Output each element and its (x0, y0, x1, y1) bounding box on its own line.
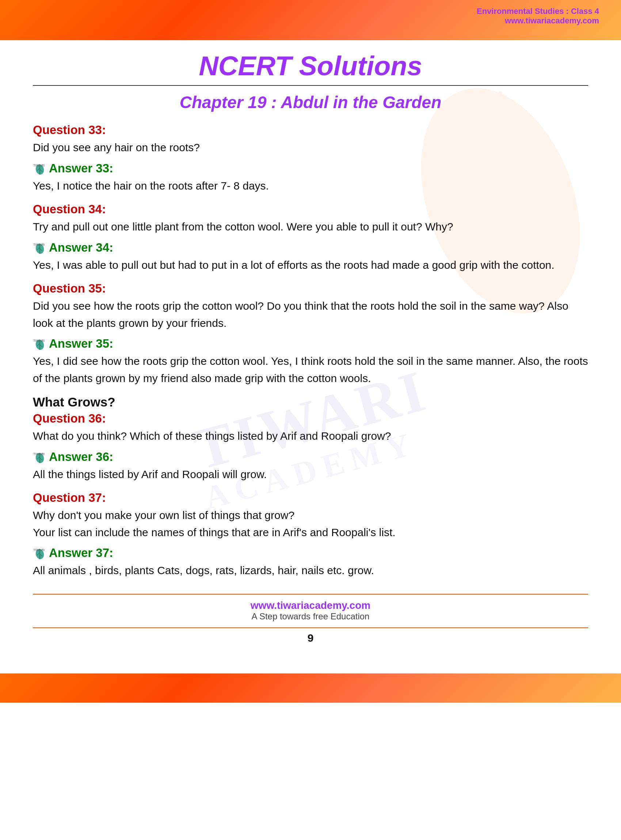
header-website: www.tiwariacademy.com (477, 16, 599, 26)
answer-header-34: TIWARI Answer 34: (33, 241, 588, 254)
subject-label: Environmental Studies : Class 4 (477, 6, 599, 16)
svg-text:TIWARI: TIWARI (33, 452, 45, 456)
answer-label-36: Answer 36: (49, 450, 113, 464)
page-title: NCERT Solutions (33, 40, 588, 85)
answer-header-33: TIWARI Answer 33: (33, 162, 588, 175)
question-text-36: What do you think? Which of these things… (33, 428, 588, 445)
question-label-37: Question 37: (33, 491, 588, 505)
answer-block-36: TIWARI Answer 36: All the things listed … (33, 450, 588, 483)
answer-icon-36: TIWARI (33, 450, 47, 464)
question-label-36: Question 36: (33, 412, 588, 425)
svg-text:TIWARI: TIWARI (33, 243, 45, 247)
answer-block-37: TIWARI Answer 37: All animals , birds, p… (33, 546, 588, 579)
question-text-37: Why don't you make your own list of thin… (33, 507, 588, 541)
answer-header-37: TIWARI Answer 37: (33, 546, 588, 560)
footer-tagline: A Step towards free Education (33, 611, 588, 622)
main-content: NCERT Solutions Chapter 19 : Abdul in th… (0, 40, 621, 674)
footer: www.tiwariacademy.com A Step towards fre… (33, 595, 588, 624)
answer-label-34: Answer 34: (49, 241, 113, 254)
bottom-banner (0, 674, 621, 703)
answer-text-36: All the things listed by Arif and Roopal… (33, 466, 588, 483)
answer-block-35: TIWARI Answer 35: Yes, I did see how the… (33, 337, 588, 387)
svg-text:TIWARI: TIWARI (33, 339, 45, 342)
qa-block-33: Question 33: Did you see any hair on the… (33, 123, 588, 194)
answer-header-35: TIWARI Answer 35: (33, 337, 588, 351)
question-text-34: Try and pull out one little plant from t… (33, 218, 588, 236)
answer-text-37: All animals , birds, plants Cats, dogs, … (33, 562, 588, 579)
section-heading: What Grows? (33, 395, 588, 409)
question-label-35: Question 35: (33, 282, 588, 295)
qa-block-35: Question 35: Did you see how the roots g… (33, 282, 588, 387)
answer-block-33: TIWARI Answer 33: Yes, I notice the hair… (33, 162, 588, 195)
question-text-33: Did you see any hair on the roots? (33, 139, 588, 156)
answer-header-36: TIWARI Answer 36: (33, 450, 588, 464)
answer-text-34: Yes, I was able to pull out but had to p… (33, 257, 588, 274)
qa-block-34: Question 34: Try and pull out one little… (33, 202, 588, 274)
chapter-title: Chapter 19 : Abdul in the Garden (33, 89, 588, 123)
question-label-34: Question 34: (33, 202, 588, 216)
answer-icon-33: TIWARI (33, 162, 47, 175)
answer-label-33: Answer 33: (49, 162, 113, 175)
answer-label-37: Answer 37: (49, 546, 113, 560)
svg-text:TIWARI: TIWARI (33, 163, 45, 167)
question-label-33: Question 33: (33, 123, 588, 137)
qa-block-37: Question 37: Why don't you make your own… (33, 491, 588, 579)
answer-block-34: TIWARI Answer 34: Yes, I was able to pul… (33, 241, 588, 274)
qa-block-36: Question 36: What do you think? Which of… (33, 412, 588, 483)
answer-icon-35: TIWARI (33, 337, 47, 351)
answer-label-35: Answer 35: (49, 337, 113, 351)
title-divider (33, 85, 588, 86)
footer-website: www.tiwariacademy.com (33, 600, 588, 611)
answer-text-33: Yes, I notice the hair on the roots afte… (33, 177, 588, 195)
svg-text:TIWARI: TIWARI (33, 548, 45, 552)
top-right-info: Environmental Studies : Class 4 www.tiwa… (477, 6, 599, 26)
top-banner: Environmental Studies : Class 4 www.tiwa… (0, 0, 621, 40)
page-number: 9 (33, 628, 588, 652)
answer-icon-34: TIWARI (33, 241, 47, 254)
answer-icon-37: TIWARI (33, 546, 47, 560)
answer-text-35: Yes, I did see how the roots grip the co… (33, 353, 588, 387)
question-text-35: Did you see how the roots grip the cotto… (33, 298, 588, 331)
